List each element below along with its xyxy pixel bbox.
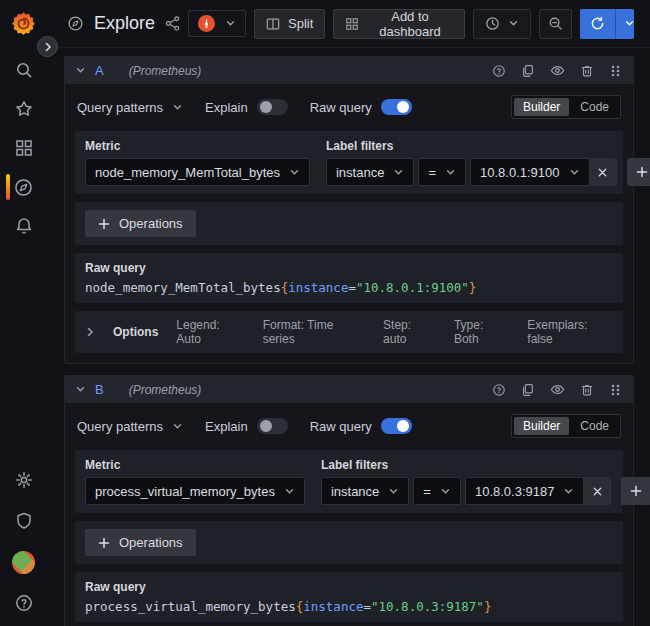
metric-field: Metric process_virtual_memory_bytes: [85, 458, 305, 505]
sidebar-item-explore[interactable]: [0, 176, 47, 198]
add-operation-button[interactable]: Operations: [85, 210, 196, 237]
operations-button-label: Operations: [119, 535, 183, 550]
chevron-down-icon: [388, 486, 399, 497]
label-key-select[interactable]: instance: [326, 158, 414, 186]
operations-section: Operations: [75, 521, 623, 564]
chevron-down-icon: [624, 18, 634, 29]
sidebar-item-search[interactable]: [0, 59, 47, 81]
close-icon: [597, 167, 608, 178]
editor-mode-group: Builder Code: [511, 95, 621, 119]
metric-select[interactable]: node_memory_MemTotal_bytes: [85, 158, 310, 186]
label-key-value: instance: [336, 165, 384, 180]
operator-select[interactable]: =: [418, 158, 466, 186]
grafana-logo-icon[interactable]: [10, 10, 37, 37]
sidebar-expand-button[interactable]: [37, 36, 58, 57]
metric-field: Metric node_memory_MemTotal_bytes: [85, 139, 310, 186]
query-toolbar: Query patterns Explain Raw query: [75, 412, 623, 442]
plus-icon: [98, 537, 110, 549]
operator-select[interactable]: =: [413, 477, 461, 505]
query-row-b-body: Query patterns Explain Raw query: [65, 403, 633, 626]
hide-query-eye-icon[interactable]: [550, 382, 565, 397]
operator-value: =: [428, 165, 436, 180]
clock-icon: [485, 16, 500, 31]
code-brace-close: }: [469, 280, 477, 295]
options-collapse-row[interactable]: Options Legend: Auto Format: Time series…: [75, 311, 623, 353]
add-to-dashboard-button[interactable]: Add to dashboard: [333, 9, 464, 39]
builder-mode-button[interactable]: Builder: [514, 98, 569, 116]
zoom-out-button[interactable]: [539, 9, 572, 39]
options-label: Options: [113, 325, 158, 339]
time-range-picker[interactable]: [473, 9, 531, 39]
collapse-chevron-icon[interactable]: [75, 65, 86, 76]
shield-icon: [14, 511, 34, 531]
split-columns-icon: [266, 17, 280, 31]
duplicate-query-icon[interactable]: [521, 383, 535, 397]
label-value: 10.8.0.3:9187: [475, 484, 555, 499]
builder-mode-button[interactable]: Builder: [514, 417, 569, 435]
drag-handle-icon[interactable]: [609, 383, 621, 397]
run-query-button[interactable]: [580, 9, 615, 39]
raw-query-label: Raw query: [85, 261, 613, 275]
code-metric: node_memory_MemTotal_bytes: [85, 280, 281, 295]
duplicate-query-icon[interactable]: [521, 64, 535, 78]
sidebar-item-configuration[interactable]: [0, 469, 47, 491]
sidebar-item-starred[interactable]: [0, 98, 47, 120]
compass-icon: [13, 177, 34, 198]
query-patterns-dropdown[interactable]: Query patterns: [77, 100, 183, 115]
chevron-down-icon: [289, 167, 300, 178]
star-icon: [14, 99, 34, 119]
label-key-select[interactable]: instance: [321, 477, 409, 505]
code-mode-button[interactable]: Code: [571, 98, 618, 116]
sidebar-item-alerting[interactable]: [0, 215, 47, 237]
remove-query-trash-icon[interactable]: [580, 383, 594, 397]
remove-filter-button[interactable]: [584, 477, 611, 505]
query-row-b: B (Prometheus): [64, 375, 634, 626]
datasource-picker[interactable]: [188, 10, 246, 37]
sidebar-item-dashboards[interactable]: [0, 137, 47, 159]
explain-label: Explain: [205, 100, 248, 115]
chevron-down-icon: [172, 102, 183, 113]
hide-query-eye-icon[interactable]: [550, 63, 565, 78]
explore-toolbar: Explore Split Add: [47, 0, 650, 48]
add-filter-button[interactable]: [621, 477, 650, 505]
query-editor-list: A (Prometheus): [47, 48, 650, 626]
raw-query-section: Raw query process_virtual_memory_bytes{i…: [75, 572, 623, 622]
sidebar-item-profile[interactable]: [0, 551, 47, 573]
metric-select[interactable]: process_virtual_memory_bytes: [85, 477, 305, 505]
explain-label: Explain: [205, 419, 248, 434]
metric-value: process_virtual_memory_bytes: [95, 484, 275, 499]
collapse-chevron-icon[interactable]: [75, 384, 86, 395]
query-help-icon[interactable]: [492, 64, 506, 78]
prometheus-logo-icon: [198, 15, 215, 32]
add-filter-button[interactable]: [627, 158, 650, 186]
query-row-a-header[interactable]: A (Prometheus): [65, 57, 633, 84]
sidebar-item-help[interactable]: [0, 592, 47, 614]
share-alt-icon[interactable]: [165, 16, 180, 31]
label-filters-field: Label filters instance =: [321, 458, 650, 505]
add-operation-button[interactable]: Operations: [85, 529, 196, 556]
remove-filter-button[interactable]: [590, 158, 617, 186]
apps-grid-icon: [345, 17, 359, 31]
raw-query-toggle[interactable]: [381, 99, 412, 115]
raw-query-section: Raw query node_memory_MemTotal_bytes{ins…: [75, 253, 623, 303]
code-mode-button[interactable]: Code: [571, 417, 618, 435]
drag-handle-icon[interactable]: [609, 64, 621, 78]
query-patterns-dropdown[interactable]: Query patterns: [77, 419, 183, 434]
split-button[interactable]: Split: [254, 9, 325, 39]
run-query-interval-dropdown[interactable]: [615, 9, 634, 39]
sidebar-item-server-admin[interactable]: [0, 510, 47, 532]
query-header-actions: [492, 382, 621, 397]
label-value-select[interactable]: 10.8.0.1:9100: [470, 158, 590, 186]
explain-toggle[interactable]: [257, 418, 288, 434]
raw-query-toggle[interactable]: [381, 418, 412, 434]
query-row-b-header[interactable]: B (Prometheus): [65, 376, 633, 403]
label-value-select[interactable]: 10.8.0.3:9187: [465, 477, 585, 505]
bell-icon: [14, 216, 34, 236]
explain-toggle[interactable]: [257, 99, 288, 115]
query-help-icon[interactable]: [492, 383, 506, 397]
remove-query-trash-icon[interactable]: [580, 64, 594, 78]
plus-icon: [630, 485, 642, 497]
label-filters-label: Label filters: [326, 139, 650, 153]
chevron-down-icon: [393, 167, 404, 178]
query-row-a-body: Query patterns Explain Raw query: [65, 84, 633, 363]
